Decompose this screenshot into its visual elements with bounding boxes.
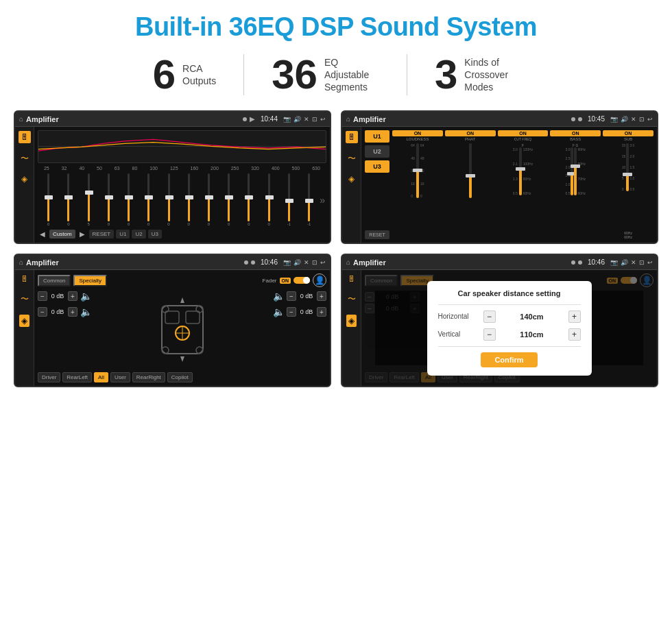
eq-reset-btn[interactable]: RESET [89,230,115,239]
back-icon-2[interactable]: ↩ [647,116,653,123]
fader-user-btn[interactable]: User [110,372,130,382]
eq-u1-btn[interactable]: U1 [116,230,130,239]
back-icon-3[interactable]: ↩ [320,259,326,266]
fader-fl-minus[interactable]: − [38,291,47,301]
camera-icon-3[interactable]: 📷 [283,259,291,266]
screen4-main: Common Specialty ON 👤 −0 dB+ [361,270,657,386]
volume-icon[interactable]: 🔊 [293,116,301,123]
wave-sidebar-icon-2[interactable]: 〜 [348,153,356,164]
camera-icon-2[interactable]: 📷 [610,116,618,123]
eq-slider-2[interactable]: 5 [79,173,97,226]
eq-prev-btn[interactable]: ◀ [40,230,45,238]
speaker-sidebar-icon-2[interactable]: ◈ [348,174,355,184]
fader-rearleft-btn[interactable]: RearLeft [62,372,92,382]
fader-driver-btn[interactable]: Driver [38,372,60,382]
loudness-track[interactable] [416,143,419,198]
home-icon-2[interactable]: ⌂ [346,115,350,123]
eq-slider-0[interactable]: 0 [39,173,58,226]
speaker-sidebar-icon-4[interactable]: ◈ [346,315,357,327]
fader-fr-minus[interactable]: − [287,291,296,301]
mixer-u1-btn[interactable]: U1 [365,130,389,143]
back-icon[interactable]: ↩ [320,116,326,123]
eq-sidebar-icon-2[interactable]: 🎚 [346,131,358,143]
square-icon[interactable]: ⊡ [312,116,317,123]
eq-slider-6[interactable]: 0 [159,173,178,226]
horizontal-minus-btn[interactable]: − [483,310,496,323]
screen4-toggle[interactable] [621,277,637,284]
horizontal-plus-btn[interactable]: + [568,310,581,323]
eq-slider-10[interactable]: 0 [239,173,258,226]
close-icon-3[interactable]: ✕ [304,259,309,266]
home-icon-3[interactable]: ⌂ [19,258,23,266]
sub-label: SUB [624,137,632,141]
fader-rearright-btn[interactable]: RearRight [132,372,165,382]
vertical-plus-btn[interactable]: + [568,328,581,341]
eq-u2-btn[interactable]: U2 [132,230,145,239]
fader-fl-plus[interactable]: + [68,291,77,301]
fader-all-btn[interactable]: All [94,372,108,382]
mixer-u2-btn[interactable]: U2 [365,145,389,158]
eq-next-btn[interactable]: ▶ [80,230,85,238]
dialog-horizontal-row: Horizontal − 140cm + [438,310,581,323]
eq-slider-5[interactable]: 0 [139,173,158,226]
screen2-sidebar: 🎚 〜 ◈ [342,127,361,243]
bass-track-g[interactable] [574,147,577,195]
close-icon-4[interactable]: ✕ [631,259,636,266]
volume-icon-4[interactable]: 🔊 [621,259,628,266]
close-icon[interactable]: ✕ [304,116,309,123]
square-icon-2[interactable]: ⊡ [639,116,645,123]
fader-fr-plus[interactable]: + [317,291,326,301]
vertical-minus-btn[interactable]: − [483,328,496,341]
wave-sidebar-icon-3[interactable]: 〜 [21,293,29,305]
close-icon-2[interactable]: ✕ [631,116,636,123]
speaker-sidebar-icon[interactable]: ◈ [21,174,27,184]
home-icon-4[interactable]: ⌂ [346,258,350,266]
eq-sidebar-icon[interactable]: 🎚 [19,131,31,143]
screen4-common-tab[interactable]: Common [365,275,398,286]
fader-rr-minus[interactable]: − [287,307,296,317]
eq-slider-7[interactable]: 0 [180,173,198,226]
fader-common-tab[interactable]: Common [38,275,71,286]
cutfreq-track[interactable] [519,147,522,195]
eq-slider-4[interactable]: 0 [119,173,138,226]
fader-toggle[interactable] [293,277,310,284]
camera-icon[interactable]: 📷 [283,116,291,123]
fader-rl-minus[interactable]: − [38,307,47,317]
bass-track-f[interactable] [571,147,573,195]
mixer-reset-btn[interactable]: RESET [365,230,389,239]
dialog-confirm-button[interactable]: Confirm [481,352,537,367]
play-icon[interactable]: ▶ [250,115,255,123]
eq-u3-btn[interactable]: U3 [148,230,162,239]
volume-icon-3[interactable]: 🔊 [293,259,301,266]
fader-rl-plus[interactable]: + [68,307,77,317]
wave-sidebar-icon-4[interactable]: 〜 [348,293,356,305]
wave-sidebar-icon[interactable]: 〜 [21,153,29,164]
eq-slider-8[interactable]: 0 [200,173,218,226]
eq-slider-13[interactable]: -1 [300,173,318,226]
fader-specialty-tab[interactable]: Specialty [73,275,106,286]
sub-track[interactable] [626,143,629,191]
square-icon-3[interactable]: ⊡ [312,259,317,266]
phat-track[interactable] [469,143,472,198]
eq-slider-1[interactable]: 0 [59,173,77,226]
eq-slider-3[interactable]: 0 [99,173,118,226]
fader-avatar[interactable]: 👤 [313,273,326,287]
mixer-u3-btn[interactable]: U3 [365,160,389,173]
back-icon-4[interactable]: ↩ [647,259,653,266]
speaker-sidebar-icon-3[interactable]: ◈ [19,315,29,327]
fader-on-badge: ON [280,278,291,284]
eq-sidebar-icon-3[interactable]: 🎚 [21,274,29,284]
eq-sidebar-icon-4[interactable]: 🎚 [348,274,356,284]
eq-slider-12[interactable]: -1 [280,173,298,226]
eq-slider-11[interactable]: 0 [260,173,278,226]
camera-icon-4[interactable]: 📷 [610,259,618,266]
eq-slider-9[interactable]: 0 [219,173,238,226]
volume-icon-2[interactable]: 🔊 [621,116,628,123]
fader-rr-plus[interactable]: + [317,307,326,317]
eq-nav-right[interactable]: » [320,195,325,206]
home-icon[interactable]: ⌂ [19,115,23,123]
square-icon-4[interactable]: ⊡ [639,259,645,266]
fader-copilot-btn[interactable]: Copilot [167,372,193,382]
screen4-avatar[interactable]: 👤 [640,273,653,287]
eq-preset-custom[interactable]: Custom [49,230,75,239]
